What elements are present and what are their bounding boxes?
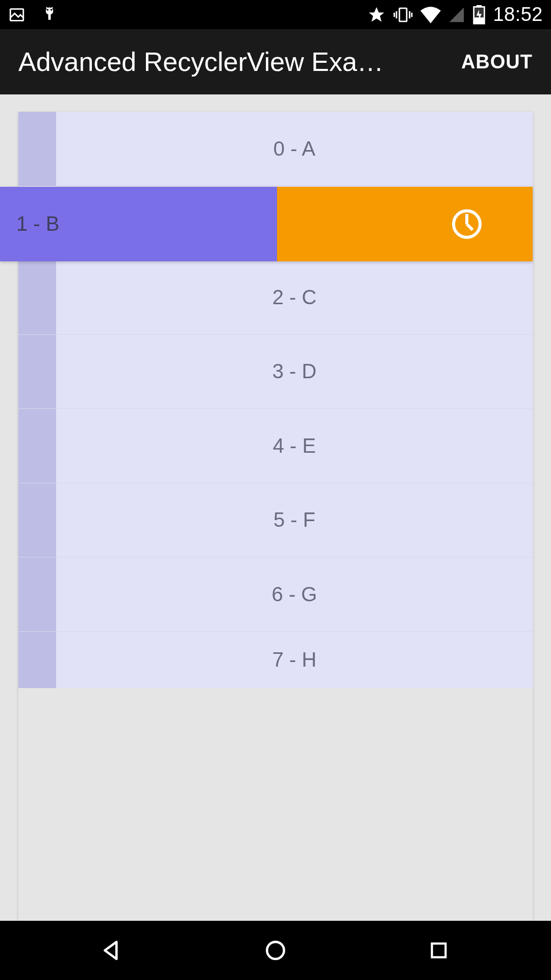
- list-item-content[interactable]: 4 - E: [56, 409, 533, 483]
- wifi-icon: [420, 6, 441, 23]
- recents-button[interactable]: [420, 932, 457, 969]
- list-item[interactable]: 4 - E: [18, 409, 533, 483]
- list-item-content[interactable]: 6 - G: [56, 557, 533, 631]
- swipe-action-area[interactable]: [277, 187, 533, 261]
- list-item-label: 7 - H: [272, 648, 317, 671]
- list-item-label: 4 - E: [273, 434, 316, 457]
- svg-rect-8: [399, 8, 407, 21]
- list-item[interactable]: 2 - C: [18, 260, 533, 335]
- vibrate-icon: [393, 6, 413, 24]
- list-item-content[interactable]: 5 - F: [56, 483, 533, 557]
- list-item-label: 2 - C: [272, 286, 317, 309]
- about-button[interactable]: ABOUT: [451, 41, 533, 83]
- list-item-label: 0 - A: [273, 137, 315, 160]
- cell-icon: [448, 6, 465, 23]
- svg-marker-17: [105, 942, 116, 959]
- list-item[interactable]: 5 - F: [18, 483, 533, 558]
- list-item-label: 3 - D: [272, 360, 317, 383]
- battery-charging-icon: [472, 5, 486, 24]
- svg-rect-2: [48, 13, 51, 19]
- drag-handle[interactable]: [18, 557, 56, 631]
- list-item-label: 5 - F: [273, 508, 315, 531]
- list-item-content[interactable]: 2 - C: [56, 260, 533, 334]
- svg-marker-7: [369, 7, 384, 22]
- status-bar: 18:52: [0, 0, 551, 29]
- svg-point-18: [267, 942, 284, 959]
- navigation-bar: [0, 921, 551, 980]
- content-area: 0 - A 2 - C 3 - D 4 - E: [0, 94, 551, 921]
- back-button[interactable]: [94, 932, 131, 969]
- drag-handle[interactable]: [18, 632, 56, 688]
- list-item[interactable]: 6 - G: [18, 557, 533, 632]
- list-item-content[interactable]: 7 - H: [56, 632, 533, 688]
- list-item[interactable]: 3 - D: [18, 335, 533, 409]
- svg-point-3: [47, 9, 48, 10]
- list-item-label: 6 - G: [272, 583, 317, 606]
- list-item-content[interactable]: 3 - D: [56, 335, 533, 409]
- list-item-content[interactable]: 0 - A: [56, 112, 533, 186]
- drag-handle[interactable]: [18, 335, 56, 409]
- status-left-group: [8, 6, 57, 23]
- app-title: Advanced RecyclerView Exa…: [18, 46, 451, 77]
- svg-line-5: [46, 7, 47, 8]
- list-item-label: 1 - B: [16, 212, 59, 235]
- drag-handle[interactable]: [18, 483, 56, 557]
- list-item[interactable]: 0 - A: [18, 112, 533, 186]
- status-time: 18:52: [493, 4, 543, 26]
- clock-icon[interactable]: [452, 209, 482, 239]
- svg-rect-14: [477, 5, 482, 7]
- star-icon: [367, 6, 386, 24]
- app-bar: Advanced RecyclerView Exa… ABOUT: [0, 29, 551, 94]
- home-button[interactable]: [257, 932, 294, 969]
- drag-handle[interactable]: [18, 409, 56, 483]
- list-item[interactable]: 7 - H: [18, 632, 533, 688]
- list-item-front[interactable]: 1 - B: [0, 187, 277, 261]
- svg-rect-19: [432, 944, 446, 958]
- image-icon: [8, 6, 26, 23]
- list-item-swiped[interactable]: 1 - B: [0, 187, 533, 261]
- drag-handle[interactable]: [18, 112, 56, 186]
- drag-handle[interactable]: [18, 260, 56, 334]
- svg-point-4: [51, 9, 52, 10]
- status-right-group: 18:52: [367, 4, 543, 26]
- android-debug-icon: [42, 6, 57, 23]
- svg-line-6: [52, 7, 53, 8]
